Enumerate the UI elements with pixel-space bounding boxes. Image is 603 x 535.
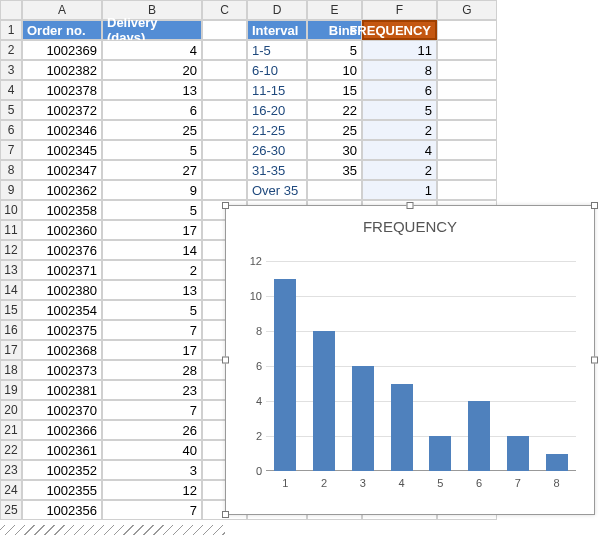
row-header-15[interactable]: 15: [0, 300, 22, 320]
cell-G3[interactable]: [437, 60, 497, 80]
row-header-20[interactable]: 20: [0, 400, 22, 420]
row-header-18[interactable]: 18: [0, 360, 22, 380]
cell-B19[interactable]: 23: [102, 380, 202, 400]
resize-handle[interactable]: [222, 202, 229, 209]
cell-D1[interactable]: Interval: [247, 20, 307, 40]
resize-handle[interactable]: [222, 511, 229, 518]
resize-handle[interactable]: [591, 357, 598, 364]
row-header-13[interactable]: 13: [0, 260, 22, 280]
cell-C4[interactable]: [202, 80, 247, 100]
cell-D8[interactable]: 31-35: [247, 160, 307, 180]
cell-F3[interactable]: 8: [362, 60, 437, 80]
cell-E3[interactable]: 10: [307, 60, 362, 80]
cell-A18[interactable]: 1002373: [22, 360, 102, 380]
row-header-1[interactable]: 1: [0, 20, 22, 40]
select-all[interactable]: [0, 0, 22, 20]
cell-A14[interactable]: 1002380: [22, 280, 102, 300]
cell-B7[interactable]: 5: [102, 140, 202, 160]
cell-A17[interactable]: 1002368: [22, 340, 102, 360]
row-header-9[interactable]: 9: [0, 180, 22, 200]
cell-G1[interactable]: [437, 20, 497, 40]
resize-handle[interactable]: [591, 202, 598, 209]
chart-plot-area[interactable]: 02468101212345678: [266, 261, 576, 471]
row-header-6[interactable]: 6: [0, 120, 22, 140]
cell-A22[interactable]: 1002361: [22, 440, 102, 460]
cell-G4[interactable]: [437, 80, 497, 100]
chart-bar[interactable]: [546, 454, 568, 472]
cell-A20[interactable]: 1002370: [22, 400, 102, 420]
cell-A10[interactable]: 1002358: [22, 200, 102, 220]
cell-B10[interactable]: 5: [102, 200, 202, 220]
cell-B20[interactable]: 7: [102, 400, 202, 420]
row-header-24[interactable]: 24: [0, 480, 22, 500]
cell-E2[interactable]: 5: [307, 40, 362, 60]
cell-C2[interactable]: [202, 40, 247, 60]
row-header-17[interactable]: 17: [0, 340, 22, 360]
cell-B2[interactable]: 4: [102, 40, 202, 60]
cell-D5[interactable]: 16-20: [247, 100, 307, 120]
chart-bar[interactable]: [429, 436, 451, 471]
cell-E7[interactable]: 30: [307, 140, 362, 160]
resize-handle[interactable]: [407, 202, 414, 209]
cell-A6[interactable]: 1002346: [22, 120, 102, 140]
cell-C8[interactable]: [202, 160, 247, 180]
cell-D9[interactable]: Over 35: [247, 180, 307, 200]
row-header-2[interactable]: 2: [0, 40, 22, 60]
cell-D2[interactable]: 1-5: [247, 40, 307, 60]
cell-B25[interactable]: 7: [102, 500, 202, 520]
cell-E6[interactable]: 25: [307, 120, 362, 140]
cell-E9[interactable]: [307, 180, 362, 200]
row-header-8[interactable]: 8: [0, 160, 22, 180]
cell-A25[interactable]: 1002356: [22, 500, 102, 520]
cell-F5[interactable]: 5: [362, 100, 437, 120]
chart-bar[interactable]: [507, 436, 529, 471]
cell-G8[interactable]: [437, 160, 497, 180]
cell-B6[interactable]: 25: [102, 120, 202, 140]
cell-F7[interactable]: 4: [362, 140, 437, 160]
cell-A21[interactable]: 1002366: [22, 420, 102, 440]
row-header-16[interactable]: 16: [0, 320, 22, 340]
cell-F4[interactable]: 6: [362, 80, 437, 100]
cell-A8[interactable]: 1002347: [22, 160, 102, 180]
chart-bar[interactable]: [468, 401, 490, 471]
row-header-12[interactable]: 12: [0, 240, 22, 260]
row-header-14[interactable]: 14: [0, 280, 22, 300]
row-header-10[interactable]: 10: [0, 200, 22, 220]
cell-E4[interactable]: 15: [307, 80, 362, 100]
cell-A24[interactable]: 1002355: [22, 480, 102, 500]
cell-A4[interactable]: 1002378: [22, 80, 102, 100]
row-header-11[interactable]: 11: [0, 220, 22, 240]
chart-title[interactable]: FREQUENCY: [226, 218, 594, 235]
cell-G2[interactable]: [437, 40, 497, 60]
cell-F6[interactable]: 2: [362, 120, 437, 140]
cell-F9[interactable]: 1: [362, 180, 437, 200]
cell-B13[interactable]: 2: [102, 260, 202, 280]
cell-B5[interactable]: 6: [102, 100, 202, 120]
cell-B22[interactable]: 40: [102, 440, 202, 460]
chart-bar[interactable]: [352, 366, 374, 471]
cell-B16[interactable]: 7: [102, 320, 202, 340]
cell-A12[interactable]: 1002376: [22, 240, 102, 260]
cell-F2[interactable]: 11: [362, 40, 437, 60]
chart-object[interactable]: FREQUENCY 02468101212345678: [225, 205, 595, 515]
resize-handle[interactable]: [222, 357, 229, 364]
cell-B3[interactable]: 20: [102, 60, 202, 80]
cell-A19[interactable]: 1002381: [22, 380, 102, 400]
cell-B18[interactable]: 28: [102, 360, 202, 380]
row-header-3[interactable]: 3: [0, 60, 22, 80]
row-header-22[interactable]: 22: [0, 440, 22, 460]
cell-A7[interactable]: 1002345: [22, 140, 102, 160]
cell-D3[interactable]: 6-10: [247, 60, 307, 80]
chart-bar[interactable]: [391, 384, 413, 472]
cell-B4[interactable]: 13: [102, 80, 202, 100]
cell-E5[interactable]: 22: [307, 100, 362, 120]
col-header-G[interactable]: G: [437, 0, 497, 20]
row-header-25[interactable]: 25: [0, 500, 22, 520]
cell-A5[interactable]: 1002372: [22, 100, 102, 120]
cell-C7[interactable]: [202, 140, 247, 160]
cell-A15[interactable]: 1002354: [22, 300, 102, 320]
cell-B1[interactable]: Delivery (days): [102, 20, 202, 40]
cell-B17[interactable]: 17: [102, 340, 202, 360]
col-header-C[interactable]: C: [202, 0, 247, 20]
cell-C3[interactable]: [202, 60, 247, 80]
